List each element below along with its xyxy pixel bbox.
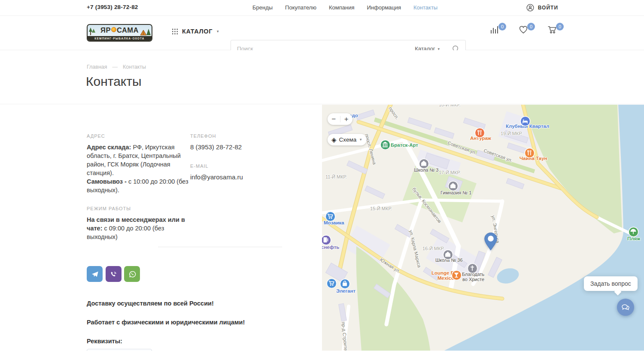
map-label: снефть: [322, 245, 339, 250]
poi-restaurant-icon[interactable]: [525, 148, 534, 157]
map-layers-button[interactable]: ◈ Схема ▼: [328, 134, 367, 145]
map-label: 19-Й МКР.: [501, 131, 522, 136]
map-overlay: радопросп.10-Й МКР.Клубный Квартал19-Й М…: [322, 105, 644, 351]
user-icon: [526, 3, 535, 12]
zoom-in-button[interactable]: +: [340, 114, 353, 124]
nav-company[interactable]: Компания: [329, 4, 355, 11]
map-label: 15-Й МКР.: [370, 206, 392, 211]
map-label: 10-Й МКР.: [439, 105, 461, 107]
map-label: 11-Й МКР.: [325, 174, 347, 179]
map-label: во Христе: [462, 277, 484, 282]
main-header: ЯРСАМА КЕМПИНГ·РЫБАЛКА·ОХОТА КАТАЛОГ ▾ К…: [0, 16, 644, 50]
top-navigation: Бренды Покупателю Компания Информация Ко…: [252, 4, 437, 11]
email-label: E-MAIL: [190, 162, 286, 170]
page-heading-area: Главная — Контакты Контакты: [0, 50, 644, 104]
map-label: Мозаика: [324, 220, 344, 225]
poi-cocktail-icon[interactable]: [452, 271, 461, 280]
wishlist-button[interactable]: 0: [518, 24, 529, 36]
phone-block: ТЕЛЕФОН 8 (3953) 28-72-82: [190, 132, 286, 151]
map-label: Южная ул.: [379, 257, 401, 274]
poi-school-icon[interactable]: [449, 182, 458, 191]
poi-museum-icon[interactable]: [381, 140, 390, 149]
nav-information[interactable]: Информация: [367, 4, 401, 11]
chat-tooltip: Задать вопрос: [584, 276, 638, 291]
viber-icon: [109, 270, 118, 278]
chat-button[interactable]: [617, 299, 634, 316]
whatsapp-icon: [128, 270, 137, 278]
zoom-out-button[interactable]: −: [328, 114, 340, 124]
map-label: бульв. Космонавтов: [411, 186, 442, 224]
whatsapp-button[interactable]: [124, 266, 140, 282]
catalog-button-label: КАТАЛОГ: [182, 28, 213, 35]
phone-label: ТЕЛЕФОН: [190, 132, 286, 140]
address-label: АДРЕС: [87, 132, 190, 140]
map[interactable]: радопросп.10-Й МКР.Клубный Квартал19-Й М…: [322, 105, 644, 351]
breadcrumb: Главная — Контакты: [87, 64, 146, 70]
working-hours-block: РЕЖИМ РАБОТЫ На связи в мессенджерах или…: [87, 204, 190, 241]
hours-text: На связи в мессенджерах или в чате: с 09…: [87, 215, 190, 241]
poi-cart-icon[interactable]: [327, 279, 336, 288]
poi-church-icon[interactable]: [468, 264, 477, 273]
telegram-icon: [91, 270, 99, 278]
clients-note: Работает с физическими и юридическими ли…: [87, 318, 286, 327]
cart-button[interactable]: 0: [547, 24, 558, 36]
delivery-note: Доставку осуществляем по всей России!: [87, 299, 286, 308]
breadcrumb-home[interactable]: Главная: [87, 64, 107, 70]
social-buttons: [87, 266, 286, 282]
breadcrumb-separator: —: [112, 64, 118, 70]
chevron-down-icon: ▾: [217, 29, 219, 33]
poi-beach-icon[interactable]: [629, 227, 638, 236]
map-label: Советская ул.: [447, 140, 477, 155]
cart-count-badge: 0: [556, 23, 564, 30]
map-label: просп.: [388, 106, 400, 121]
viber-button[interactable]: [106, 266, 122, 282]
hours-label: РЕЖИМ РАБОТЫ: [87, 204, 190, 213]
top-bar: +7 (3953) 28-72-82 Бренды Покупателю Ком…: [0, 0, 644, 16]
wishlist-count-badge: 0: [527, 23, 535, 30]
layers-icon: ◈: [331, 136, 337, 143]
nav-brands[interactable]: Бренды: [252, 4, 273, 11]
poi-bag-icon[interactable]: [340, 279, 349, 288]
layers-label: Схема: [339, 136, 357, 143]
map-label: Братск-Арт: [391, 142, 418, 148]
logo-title: ЯРСАМА: [88, 27, 152, 34]
grid-icon: [172, 29, 178, 34]
nav-contacts[interactable]: Контакты: [413, 4, 437, 11]
login-button[interactable]: войти: [526, 3, 558, 12]
map-label: Советская ул.: [483, 148, 513, 163]
chat-bubbles-icon: [620, 302, 631, 312]
map-location-pin[interactable]: [483, 232, 498, 253]
catalog-button[interactable]: КАТАЛОГ ▾: [172, 28, 219, 35]
partial-button[interactable]: [87, 349, 152, 351]
map-label: Пляж: [627, 236, 640, 241]
contact-info: АДРЕС Адрес склада: РФ, Иркутская област…: [87, 132, 286, 351]
site-logo[interactable]: ЯРСАМА КЕМПИНГ·РЫБАЛКА·ОХОТА: [87, 24, 152, 42]
chevron-down-icon: ▼: [359, 138, 362, 142]
poi-cart-icon[interactable]: [326, 212, 335, 221]
requisites-title: Реквизиты:: [87, 337, 286, 345]
phone-value[interactable]: 8 (3953) 28-72-82: [190, 143, 286, 151]
breadcrumb-current: Контакты: [123, 64, 146, 70]
telegram-button[interactable]: [87, 266, 103, 282]
map-label: пр-д Строителей: [341, 321, 349, 351]
compare-button[interactable]: 0: [489, 24, 501, 36]
poi-restaurant-icon[interactable]: [475, 128, 484, 137]
email-block: E-MAIL info@yarosama.ru: [190, 162, 286, 182]
poi-school-icon[interactable]: [444, 250, 453, 259]
poi-school-icon[interactable]: [419, 159, 428, 168]
header-icons: 0 0 0: [489, 24, 558, 36]
address-block: АДРЕС Адрес склада: РФ, Иркутская област…: [87, 132, 190, 194]
logo-tagline: КЕМПИНГ·РЫБАЛКА·ОХОТА: [88, 36, 152, 41]
map-label: 17-Й МКР.: [439, 170, 461, 175]
map-label: Гимназия № 1: [440, 190, 471, 195]
address-text: Адрес склада: РФ, Иркутская область, г. …: [87, 143, 190, 194]
map-label: ул. Карла Маркса: [408, 230, 422, 268]
map-label: 16-Й МКР.: [422, 246, 444, 251]
email-value[interactable]: info@yarosama.ru: [190, 173, 286, 182]
page-title: Контакты: [86, 74, 142, 89]
poi-hotel-icon[interactable]: [521, 117, 530, 126]
compare-count-badge: 0: [498, 23, 506, 30]
map-label: Элегант: [336, 288, 355, 294]
poi-fuel-icon[interactable]: [322, 236, 331, 245]
nav-customers[interactable]: Покупателю: [285, 4, 316, 11]
